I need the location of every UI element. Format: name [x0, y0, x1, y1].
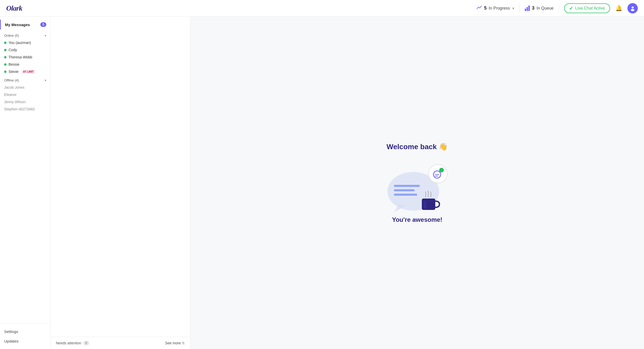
online-group-label: Online (5) — [4, 34, 19, 37]
my-messages-badge: 5 — [40, 22, 46, 27]
at-limit-badge: AT LIMIT — [22, 70, 35, 73]
settings-nav[interactable]: Settings — [0, 327, 50, 336]
svg-rect-4 — [394, 185, 420, 187]
svg-rect-5 — [394, 189, 415, 191]
welcome-title: Welcome back 👋 — [387, 142, 448, 151]
agent-name: Theresa Webb — [9, 55, 32, 59]
sidebar-section: My Messages 5 Online (5) ▾ You (auzman) … — [0, 17, 50, 323]
in-queue-count: 3 — [532, 5, 534, 11]
live-chat-label: Live Chat Active — [575, 6, 605, 11]
svg-point-1 — [631, 9, 634, 11]
app-layout: My Messages 5 Online (5) ▾ You (auzman) … — [0, 0, 644, 349]
sidebar-bottom: Settings Updates — [0, 323, 50, 349]
sidebar-item-stevie[interactable]: Stevie AT LIMIT — [0, 68, 50, 75]
sidebar-item-theresa-webb[interactable]: Theresa Webb — [0, 54, 50, 61]
in-queue-label: In Queue — [536, 6, 553, 11]
my-messages-header[interactable]: My Messages 5 — [0, 20, 50, 29]
in-progress-arrow-icon: ▾ — [512, 6, 514, 10]
agent-name: Cody — [9, 48, 17, 52]
chat-list-panel: Needs attention 0 See more ⇅ — [51, 17, 190, 349]
in-progress-count: 5 — [484, 5, 487, 11]
offline-group-header[interactable]: Offline (4) ▾ — [0, 75, 50, 84]
in-queue-stat[interactable]: 3 In Queue — [525, 5, 553, 11]
agent-name: Bessie — [9, 62, 19, 66]
my-messages-title: My Messages — [5, 22, 30, 27]
see-more-button[interactable]: See more ⇅ — [165, 341, 185, 345]
in-progress-label: In Progress — [489, 6, 510, 11]
agent-name: Stevie — [9, 70, 19, 74]
bell-icon: 🔔 — [615, 5, 622, 11]
live-chat-button[interactable]: ✔ Live Chat Active — [564, 3, 610, 13]
notification-button[interactable]: 🔔 — [615, 5, 622, 12]
header-right: 5 In Progress ▾ 3 In Queue ✔ Live Chat A… — [476, 3, 638, 13]
sidebar-item-bessie[interactable]: Bessie — [0, 61, 50, 68]
header-divider-2 — [559, 5, 559, 12]
app-logo[interactable]: Olark — [6, 4, 22, 12]
online-status-dot — [4, 49, 6, 51]
chevron-up-down-icon: ⇅ — [182, 341, 185, 345]
sidebar-item-cody[interactable]: Cody — [0, 46, 50, 54]
app-header: Olark 5 In Progress ▾ 3 In Qu — [0, 0, 644, 17]
online-status-dot — [4, 71, 6, 73]
needs-attention-section: Needs attention 0 — [56, 341, 89, 345]
updates-nav[interactable]: Updates — [0, 336, 50, 346]
chat-list-footer: Needs attention 0 See more ⇅ — [51, 337, 190, 349]
sidebar-item-eleanor[interactable]: Eleanor — [0, 91, 50, 98]
trend-icon — [476, 5, 482, 12]
offline-group-label: Offline (4) — [4, 78, 19, 82]
sidebar-item-you-auzman[interactable]: You (auzman) — [0, 39, 50, 46]
offline-chevron-down-icon: ▾ — [45, 79, 46, 82]
online-group-header[interactable]: Online (5) ▾ — [0, 31, 50, 39]
svg-rect-13 — [424, 201, 426, 208]
online-status-dot — [4, 63, 6, 66]
sidebar: My Messages 5 Online (5) ▾ You (auzman) … — [0, 17, 51, 349]
in-progress-stat[interactable]: 5 In Progress ▾ — [476, 5, 514, 12]
online-status-dot — [4, 42, 6, 44]
see-more-label: See more — [165, 341, 181, 345]
bar-chart-icon — [525, 5, 530, 11]
svg-point-0 — [632, 6, 634, 9]
check-circle-icon: ✔ — [569, 5, 573, 11]
sidebar-item-jenny-wilson[interactable]: Jenny Wilson — [0, 98, 50, 105]
needs-attention-label: Needs attention — [56, 341, 81, 345]
sidebar-item-stephen[interactable]: Stephen-40273482 — [0, 105, 50, 113]
online-status-dot — [4, 56, 6, 58]
main-content: Welcome back 👋 — [190, 17, 644, 349]
svg-rect-6 — [394, 194, 417, 196]
welcome-illustration — [384, 155, 451, 212]
sidebar-item-jacob-jones[interactable]: Jacob Jones — [0, 84, 50, 91]
welcome-subtitle: You're awesome! — [392, 216, 443, 223]
header-divider-1 — [519, 5, 520, 12]
needs-attention-count: 0 — [83, 341, 89, 345]
chat-list-body — [51, 17, 190, 337]
svg-point-7 — [429, 164, 447, 183]
welcome-card: Welcome back 👋 — [373, 132, 461, 234]
user-avatar-icon[interactable] — [627, 3, 638, 13]
online-chevron-down-icon: ▾ — [45, 34, 46, 37]
agent-name: You (auzman) — [9, 41, 31, 45]
